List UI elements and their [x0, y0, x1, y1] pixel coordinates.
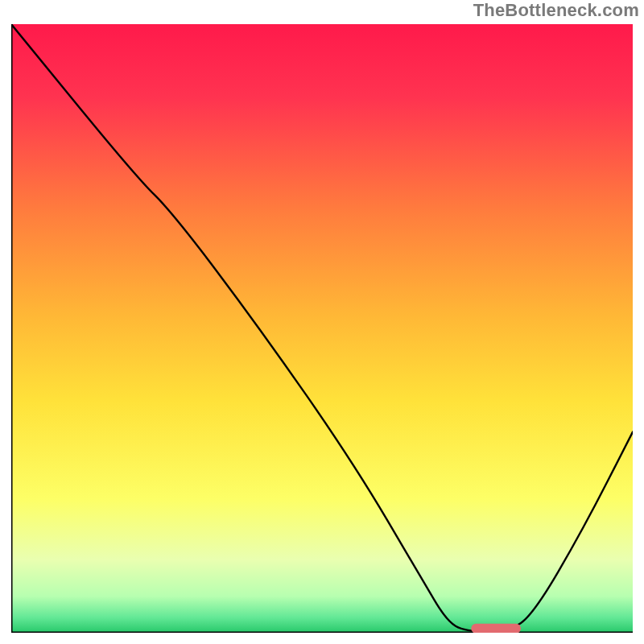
gradient-background	[11, 24, 633, 633]
chart-container: TheBottleneck.com	[0, 0, 644, 644]
optimal-range-marker	[471, 624, 521, 633]
plot-area	[11, 24, 633, 633]
bottleneck-chart	[11, 24, 633, 633]
watermark-label: TheBottleneck.com	[473, 0, 639, 21]
